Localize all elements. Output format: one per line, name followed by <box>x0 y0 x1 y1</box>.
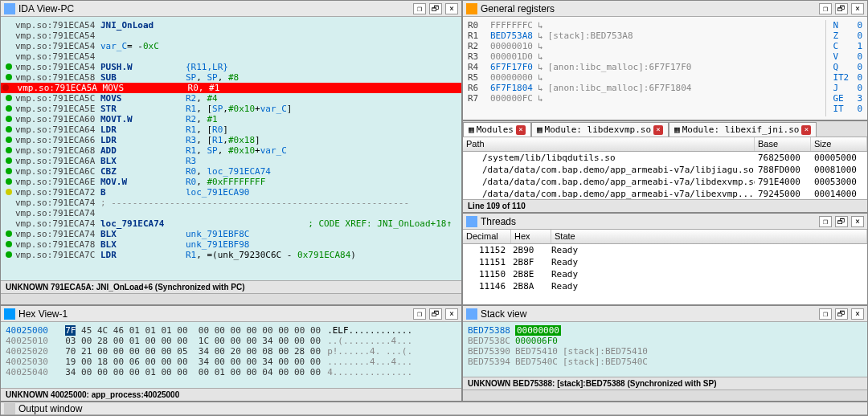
registers-body[interactable]: R0FFFFFFFC↳R1BED753A8↳[stack]:BED753A8R2… <box>463 17 867 120</box>
threads-panel: Threads ❐ 🗗 × Decimal Hex State 111522B9… <box>462 213 868 305</box>
restore-button[interactable]: ❐ <box>819 3 832 14</box>
tab-icon: ▦ <box>537 124 542 135</box>
disasm-line[interactable]: vmp.so:791ECA64 LDR R1, [R0] <box>1 124 461 135</box>
close-button[interactable]: × <box>445 3 458 14</box>
modules-table[interactable]: Path Base Size /system/lib/libqdutils.so… <box>463 137 867 199</box>
col-size[interactable]: Size <box>811 137 867 151</box>
table-row[interactable]: /data/data/com.bap.demo/app_armeabi-v7a/… <box>463 176 867 188</box>
maximize-button[interactable]: 🗗 <box>429 3 442 14</box>
hex-line[interactable]: 40025000 7F 45 4C 46 01 01 01 00 00 00 0… <box>6 325 457 336</box>
disasm-line[interactable]: vmp.so:791ECA5A MOVS R0, #1 <box>1 83 461 93</box>
disasm-line[interactable]: vmp.so:791ECA54 <box>1 31 461 41</box>
restore-button[interactable]: ❐ <box>413 308 426 320</box>
stack-line[interactable]: BED75390BED75410[stack]:BED75410 <box>468 346 862 357</box>
tab-modules[interactable]: ▦Modules× <box>463 122 531 137</box>
tab-module-2[interactable]: ▦Module: libexif_jni.so× <box>669 122 817 137</box>
disasm-line[interactable]: vmp.so:791ECA68 ADD R1, SP, #0x10+var_C <box>1 145 461 156</box>
disassembly-listing[interactable]: vmp.so:791ECA54 JNI_OnLoadvmp.so:791ECA5… <box>1 17 461 280</box>
disasm-line[interactable]: vmp.so:791ECA54 <box>1 51 461 62</box>
stack-line[interactable]: BED7538800000000 <box>468 325 862 336</box>
close-icon[interactable]: × <box>653 125 663 135</box>
hex-line[interactable]: 40025010 03 00 28 00 01 00 00 00 1C 00 0… <box>6 336 457 346</box>
close-button[interactable]: × <box>445 308 458 320</box>
hex-title: Hex View-1 <box>18 308 410 320</box>
register-row[interactable]: R200000010↳ <box>468 41 825 51</box>
disasm-line[interactable]: vmp.so:791ECA6A BLX R3 <box>1 156 461 166</box>
hex-line[interactable]: 40025030 19 00 18 00 06 00 00 00 34 00 0… <box>6 357 457 367</box>
hex-line[interactable]: 40025040 34 00 00 00 00 01 00 00 00 01 0… <box>6 367 457 377</box>
table-row[interactable]: /system/lib/libqdutils.so768250000000500… <box>463 152 867 164</box>
flag-row: C1 <box>833 41 862 51</box>
disasm-line[interactable]: vmp.so:791ECA74 ; ----------------------… <box>1 198 461 208</box>
ida-view-panel: IDA View-PC ❐ 🗗 × vmp.so:791ECA54 JNI_On… <box>0 0 462 305</box>
disasm-line[interactable]: vmp.so:791ECA66 LDR R3, [R1,#0x18] <box>1 135 461 145</box>
hex-status: UNKNOWN 40025000: app_process:40025000 <box>1 388 461 401</box>
ida-icon <box>4 3 15 14</box>
table-row[interactable]: 111512B8FReady <box>463 256 867 268</box>
stack-title: Stack view <box>481 308 816 320</box>
maximize-button[interactable]: 🗗 <box>835 3 848 14</box>
col-decimal[interactable]: Decimal <box>463 230 511 243</box>
tab-icon: ▦ <box>674 124 680 135</box>
disasm-line[interactable]: vmp.so:791ECA78 BLX unk_791EBF98 <box>1 239 461 250</box>
close-icon[interactable]: × <box>801 125 811 135</box>
disasm-line[interactable]: vmp.so:791ECA54 PUSH.W {R11,LR} <box>1 62 461 72</box>
disasm-line[interactable]: vmp.so:791ECA54 JNI_OnLoad <box>1 20 461 31</box>
register-row[interactable]: R7000000FC↳ <box>468 93 825 104</box>
col-base[interactable]: Base <box>755 137 811 151</box>
scrollbar[interactable] <box>463 389 867 401</box>
table-row[interactable]: /data/data/com.bap.demo/app_armeabi-v7a/… <box>463 164 867 176</box>
disasm-line[interactable]: vmp.so:791ECA72 B loc_791ECA90 <box>1 187 461 198</box>
disasm-line[interactable]: vmp.so:791ECA54 var_C= -0xC <box>1 41 461 51</box>
table-row[interactable]: 111502B8EReady <box>463 268 867 280</box>
register-row[interactable]: R3000001D0↳ <box>468 51 825 62</box>
col-hex[interactable]: Hex <box>511 230 551 243</box>
scrollbar[interactable] <box>1 293 461 304</box>
col-state[interactable]: State <box>551 230 867 243</box>
flag-row: V0 <box>833 51 862 62</box>
disasm-line[interactable]: vmp.so:791ECA74 <box>1 208 461 218</box>
disasm-line[interactable]: vmp.so:791ECA5C MOVS R2, #4 <box>1 93 461 104</box>
restore-button[interactable]: ❐ <box>819 308 832 320</box>
hex-dump[interactable]: 40025000 7F 45 4C 46 01 01 01 00 00 00 0… <box>1 322 461 388</box>
tab-module-1[interactable]: ▦Module: libdexvmp.so× <box>531 122 669 137</box>
ida-title: IDA View-PC <box>18 3 410 14</box>
col-path[interactable]: Path <box>463 137 755 151</box>
close-button[interactable]: × <box>851 216 864 227</box>
maximize-button[interactable]: 🗗 <box>835 308 848 320</box>
table-row[interactable]: /data/data/com.bap.demo/app_armeabi-v7a/… <box>463 188 867 199</box>
restore-button[interactable]: ❐ <box>413 3 426 14</box>
disasm-line[interactable]: vmp.so:791ECA74 BLX unk_791EBF8C <box>1 229 461 239</box>
disasm-line[interactable]: vmp.so:791ECA5E STR R1, [SP,#0x10+var_C] <box>1 104 461 114</box>
close-button[interactable]: × <box>851 3 864 14</box>
close-icon[interactable]: × <box>516 125 526 135</box>
register-row[interactable]: R66F7F1804↳[anon:libc_malloc]:6F7F1804 <box>468 83 825 93</box>
maximize-button[interactable]: 🗗 <box>835 216 848 227</box>
threads-table[interactable]: Decimal Hex State 111522B90Ready111512B8… <box>463 230 867 304</box>
flag-row: Q0 <box>833 62 862 72</box>
disasm-line[interactable]: vmp.so:791ECA58 SUB SP, SP, #8 <box>1 72 461 83</box>
disasm-line[interactable]: vmp.so:791ECA60 MOVT.W R2, #1 <box>1 114 461 124</box>
maximize-button[interactable]: 🗗 <box>429 308 442 320</box>
close-button[interactable]: × <box>851 308 864 320</box>
output-icon <box>4 403 15 414</box>
disasm-line[interactable]: vmp.so:791ECA6C CBZ R0, loc_791ECA74 <box>1 166 461 177</box>
stack-line[interactable]: BED75394BED7540C[stack]:BED7540C <box>468 357 862 367</box>
modules-panel: ▦Modules× ▦Module: libdexvmp.so× ▦Module… <box>462 120 868 213</box>
register-row[interactable]: R500000000↳ <box>468 72 825 83</box>
disasm-line[interactable]: vmp.so:791ECA74 loc_791ECA74 ; CODE XREF… <box>1 218 461 229</box>
table-row[interactable]: 111522B90Ready <box>463 244 867 256</box>
registers-panel: General registers ❐ 🗗 × R0FFFFFFFC↳R1BED… <box>462 0 868 120</box>
register-row[interactable]: R1BED753A8↳[stack]:BED753A8 <box>468 31 825 41</box>
hex-line[interactable]: 40025020 70 21 00 00 00 00 00 05 34 00 2… <box>6 346 457 357</box>
disasm-line[interactable]: vmp.so:791ECA7C LDR R1, =(unk_79230C6C -… <box>1 250 461 260</box>
table-row[interactable]: 111462B8AReady <box>463 280 867 292</box>
stack-listing[interactable]: BED7538800000000BED7538C000006F0BED75390… <box>463 322 867 377</box>
modules-status: Line 109 of 110 <box>463 199 867 212</box>
flag-row: J0 <box>833 83 862 93</box>
register-row[interactable]: R46F7F17F0↳[anon:libc_malloc]:6F7F17F0 <box>468 62 825 72</box>
restore-button[interactable]: ❐ <box>819 216 832 227</box>
register-row[interactable]: R0FFFFFFFC↳ <box>468 20 825 31</box>
stack-line[interactable]: BED7538C000006F0 <box>468 336 862 346</box>
disasm-line[interactable]: vmp.so:791ECA6E MOV.W R0, #0xFFFFFFFF <box>1 177 461 187</box>
